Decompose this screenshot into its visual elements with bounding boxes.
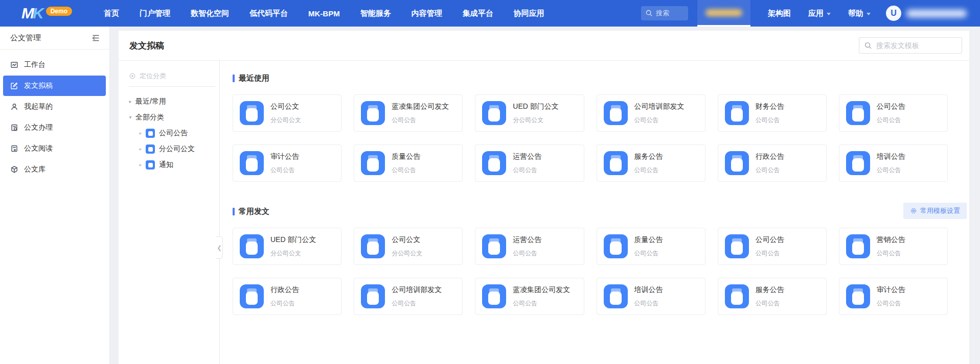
tree-node-0[interactable]: ▸最近/常用 [119,93,219,109]
template-icon-box [246,108,258,122]
page-header: 发文拟稿 [119,31,969,61]
template-icon [240,151,264,175]
template-card-text: 审计公告公司公告 [877,285,905,308]
template-icon-box [367,108,379,122]
template-card[interactable]: 公司公告公司公告 [718,228,827,265]
template-card[interactable]: 培训公告公司公告 [597,278,705,315]
tree-child-label: 公司公告 [159,129,188,138]
redacted-username [906,10,967,17]
global-search-input[interactable]: 搜索 [641,6,688,20]
template-card-text: 质量公告公司公告 [634,235,663,258]
template-card-text: 服务公告公司公告 [634,152,663,175]
collapse-tree-handle[interactable]: ❮ [216,236,223,259]
avatar[interactable]: U [886,6,901,21]
apps-label: 应用 [808,9,824,18]
template-card-grid: UED 部门公文分公司公文公司公文分公司公文运营公告公司公告质量公告公司公告公司… [233,228,948,315]
tree-collapsed-caret-icon[interactable]: ▸ [137,130,144,136]
template-card[interactable]: 公司公文分公司公文 [233,94,341,132]
template-card[interactable]: 蓝凌集团公司发文公司公告 [354,94,463,132]
tree-collapsed-caret-icon[interactable]: ▸ [137,162,144,167]
template-title: 服务公告 [756,285,784,295]
template-card[interactable]: 审计公告公司公告 [233,144,341,182]
template-card[interactable]: 公司公文分公司公文 [354,228,463,265]
template-card[interactable]: 质量公告公司公告 [354,144,463,182]
sidebar-item-0[interactable]: 工作台 [0,55,109,75]
nav-item-6[interactable]: 内容管理 [401,0,452,27]
help-menu[interactable]: 帮助 [848,9,871,18]
search-icon [646,10,653,17]
nav-item-7[interactable]: 集成平台 [452,0,504,27]
template-category: 公司公告 [270,166,299,175]
sidebar-title: 公文管理 [10,33,41,43]
template-card[interactable]: 公司培训部发文公司公告 [354,278,463,315]
tree-child-node-1-2[interactable]: ▸通知 [119,157,219,173]
tree-collapsed-caret-icon[interactable]: ▸ [127,99,134,104]
template-icon-box [731,241,743,255]
template-card[interactable]: 审计公告公司公告 [839,278,948,315]
app-logo[interactable]: M K Demo [21,5,72,22]
template-card[interactable]: 公司培训部发文公司公告 [597,94,705,132]
template-card[interactable]: 财务公告公司公告 [718,94,827,132]
template-card[interactable]: 运营公告公司公告 [475,144,584,182]
common-template-settings-button[interactable]: 常用模板设置 [903,203,967,219]
sidebar-item-4[interactable]: 公文阅读 [0,138,109,159]
nav-item-3[interactable]: 低代码平台 [239,0,298,27]
tree-node-1[interactable]: ▾全部分类 [119,109,219,125]
template-title: 行政公告 [270,285,299,295]
template-card[interactable]: UED 部门公文分公司公文 [233,228,341,265]
template-icon [725,284,749,308]
template-card-text: 公司公告公司公告 [877,102,905,125]
apps-menu[interactable]: 应用 [808,9,831,18]
template-icon [240,234,264,258]
template-icon [604,151,628,175]
template-card-text: 培训公告公司公告 [877,152,905,175]
doc-read-icon [10,144,18,153]
template-title: 蓝凌集团公司发文 [392,102,449,111]
template-icon [361,151,385,175]
tree-child-label: 通知 [159,160,173,169]
template-category: 公司公告 [756,116,784,125]
common-template-settings-label: 常用模板设置 [920,206,960,215]
tree-child-label: 分公司公文 [159,144,195,154]
template-card[interactable]: 培训公告公司公告 [839,144,948,182]
user-account[interactable]: U [886,6,967,21]
template-card[interactable]: 质量公告公司公告 [597,228,705,265]
collapse-sidebar-icon[interactable] [92,34,100,42]
template-card[interactable]: 行政公告公司公告 [233,278,341,315]
tree-child-node-1-0[interactable]: ▸公司公告 [119,125,219,141]
template-card[interactable]: 服务公告公司公告 [597,144,705,182]
template-card[interactable]: 营销公告公司公告 [839,228,948,265]
template-card[interactable]: 运营公告公司公告 [475,228,584,265]
nav-item-5[interactable]: 智能服务 [350,0,401,27]
sidebar-item-2[interactable]: 我起草的 [0,96,109,117]
template-card-text: 蓝凌集团公司发文公司公告 [392,102,449,125]
sidebar-item-label: 工作台 [24,60,45,69]
template-icon [482,234,506,258]
template-search-input[interactable] [876,41,953,50]
nav-item-2[interactable]: 数智化空间 [180,0,239,27]
nav-item-label: 低代码平台 [249,9,288,18]
sidebar-item-5[interactable]: 公文库 [0,159,109,180]
active-workspace-tab-redacted[interactable] [697,0,750,27]
logo-letter-m: M [21,5,33,22]
template-card[interactable]: 服务公告公司公告 [718,278,827,315]
tree-child-node-1-1[interactable]: ▸分公司公文 [119,141,219,157]
nav-item-8[interactable]: 协同应用 [504,0,555,27]
nav-item-0[interactable]: 首页 [94,0,129,27]
category-filter-input[interactable]: 定位分类 [129,71,215,87]
template-card[interactable]: UED 部门公文分公司公文 [475,94,584,132]
template-card[interactable]: 蓝凌集团公司发文公司公告 [475,278,584,315]
sidebar-item-1[interactable]: 发文拟稿 [3,76,106,96]
template-card-text: 行政公告公司公告 [270,285,299,308]
nav-item-1[interactable]: 门户管理 [129,0,180,27]
sidebar-item-3[interactable]: 公文办理 [0,117,109,138]
tree-collapsed-caret-icon[interactable]: ▸ [137,146,144,152]
template-search-box[interactable] [859,37,962,54]
template-icon-box [852,158,864,172]
template-category: 公司公告 [513,166,541,175]
template-card[interactable]: 行政公告公司公告 [718,144,827,182]
template-card[interactable]: 公司公告公司公告 [839,94,948,132]
tree-expanded-caret-icon[interactable]: ▾ [127,114,134,120]
nav-item-4[interactable]: MK-BPM [298,0,350,27]
architecture-link[interactable]: 架构图 [768,9,791,18]
